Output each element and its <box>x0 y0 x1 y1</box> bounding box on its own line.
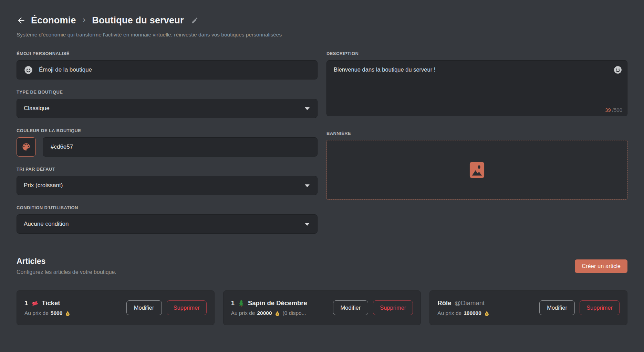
smiley-icon[interactable] <box>24 65 33 75</box>
custom-emoji-label: ÉMOJI PERSONNALISÉ <box>17 51 318 56</box>
edit-title-button[interactable] <box>191 17 198 24</box>
articles-title: Articles <box>17 257 116 266</box>
article-name: Rôle <box>437 299 451 307</box>
pencil-icon <box>191 17 198 24</box>
role-mention: @Diamant <box>454 299 485 307</box>
shop-type-select[interactable]: Classique <box>17 99 318 118</box>
article-info: Rôle @Diamant Au prix de 100000 $ <box>437 299 490 317</box>
chevron-down-icon <box>305 107 310 110</box>
description-textarea[interactable]: Bienvenue dans la boutique du serveur ! … <box>326 60 627 116</box>
breadcrumb-root[interactable]: Économie <box>31 15 76 26</box>
modify-button[interactable]: Modifier <box>333 300 368 315</box>
article-actions: Modifier Supprimer <box>333 300 413 315</box>
chevron-down-icon <box>305 223 310 226</box>
money-bag-icon: $ <box>484 310 490 317</box>
ticket-icon <box>31 299 39 307</box>
price-prefix: Au prix de <box>231 310 255 316</box>
breadcrumb: Économie › Boutique du serveur <box>17 14 627 26</box>
usage-condition-select[interactable]: Aucune condition <box>17 214 318 234</box>
article-price-line: Au prix de 5000 $ <box>24 310 71 317</box>
banner-upload-area[interactable] <box>326 140 627 200</box>
price-prefix: Au prix de <box>437 310 461 316</box>
usage-condition-label: CONDITION D'UTILISATION <box>17 205 318 210</box>
money-bag-icon: $ <box>274 310 281 317</box>
modify-button[interactable]: Modifier <box>539 300 575 315</box>
articles-heading-block: Articles Configurez les articles de votr… <box>17 257 116 275</box>
palette-icon <box>21 142 31 152</box>
smiley-icon[interactable] <box>613 65 622 74</box>
shop-settings-page: Économie › Boutique du serveur Système d… <box>0 0 644 325</box>
price-value: 100000 <box>464 310 481 316</box>
create-article-button[interactable]: Créer un article <box>575 259 627 273</box>
field-description: DESCRIPTION Bienvenue dans la boutique d… <box>326 51 627 116</box>
article-quantity: 1 <box>24 299 28 307</box>
image-icon <box>469 161 485 179</box>
shop-color-input[interactable] <box>50 143 310 151</box>
svg-text:$: $ <box>277 313 278 316</box>
articles-header: Articles Configurez les articles de votr… <box>17 257 627 275</box>
field-banner: BANNIÈRE <box>326 131 627 200</box>
banner-label: BANNIÈRE <box>326 131 627 136</box>
stock-suffix: (0 dispo... <box>283 310 306 316</box>
char-max: /500 <box>612 107 622 113</box>
modify-button[interactable]: Modifier <box>126 300 162 315</box>
custom-emoji-control <box>17 60 318 79</box>
christmas-tree-icon <box>238 299 245 307</box>
article-info: 1 Sapin de Décembre Au prix de 20000 $ (… <box>231 299 307 317</box>
usage-condition-value: Aucune condition <box>24 221 69 227</box>
breadcrumb-separator: › <box>81 14 87 26</box>
article-name: Ticket <box>42 299 60 307</box>
back-button[interactable] <box>17 16 26 25</box>
article-title: Rôle @Diamant <box>437 299 490 307</box>
article-card-ticket: 1 Ticket Au prix de 5000 $ <box>17 290 215 325</box>
page-title: Boutique du serveur <box>92 15 184 26</box>
price-value: 20000 <box>257 310 272 316</box>
price-prefix: Au prix de <box>24 310 49 316</box>
shop-color-label: COULEUR DE LA BOUTIQUE <box>17 128 318 133</box>
page-subtitle: Système d'économie qui transforme l'acti… <box>17 32 627 38</box>
svg-text:$: $ <box>67 313 69 316</box>
default-sort-value: Prix (croissant) <box>24 182 63 189</box>
article-actions: Modifier Supprimer <box>539 300 620 315</box>
form-left-column: ÉMOJI PERSONNALISÉ TYPE DE BOUTIQUE Clas… <box>17 51 318 244</box>
custom-emoji-input[interactable] <box>38 66 310 74</box>
shop-type-value: Classique <box>24 105 50 112</box>
article-title: 1 Ticket <box>24 299 71 307</box>
description-label: DESCRIPTION <box>326 51 627 56</box>
shop-color-control <box>17 137 318 157</box>
chevron-down-icon <box>305 184 310 187</box>
articles-subtitle: Configurez les articles de votre boutiqu… <box>17 269 116 275</box>
shop-type-label: TYPE DE BOUTIQUE <box>17 89 318 95</box>
delete-button[interactable]: Supprimer <box>580 300 620 315</box>
article-name: Sapin de Décembre <box>248 299 307 307</box>
delete-button[interactable]: Supprimer <box>373 300 413 315</box>
char-counter: 39 /500 <box>605 107 622 113</box>
articles-section: Articles Configurez les articles de votr… <box>17 257 627 325</box>
settings-form: ÉMOJI PERSONNALISÉ TYPE DE BOUTIQUE Clas… <box>17 51 627 244</box>
article-title: 1 Sapin de Décembre <box>231 299 307 307</box>
article-cards: 1 Ticket Au prix de 5000 $ <box>17 290 627 325</box>
price-value: 5000 <box>51 310 62 316</box>
article-info: 1 Ticket Au prix de 5000 $ <box>24 299 71 317</box>
field-shop-type: TYPE DE BOUTIQUE Classique <box>17 89 318 118</box>
arrow-left-icon <box>17 16 26 25</box>
svg-text:$: $ <box>486 313 487 316</box>
money-bag-icon: $ <box>64 310 71 317</box>
field-usage-condition: CONDITION D'UTILISATION Aucune condition <box>17 205 318 234</box>
article-price-line: Au prix de 20000 $ (0 dispo... <box>231 310 307 317</box>
field-custom-emoji: ÉMOJI PERSONNALISÉ <box>17 51 318 79</box>
shop-color-field <box>43 137 318 157</box>
article-quantity: 1 <box>231 299 235 307</box>
description-value: Bienvenue dans la boutique du serveur ! <box>334 66 435 73</box>
default-sort-select[interactable]: Prix (croissant) <box>17 176 318 195</box>
default-sort-label: TRI PAR DÉFAUT <box>17 167 318 172</box>
article-card-sapin: 1 Sapin de Décembre Au prix de 20000 $ (… <box>223 290 421 325</box>
article-price-line: Au prix de 100000 $ <box>437 310 490 317</box>
article-actions: Modifier Supprimer <box>126 300 207 315</box>
article-card-role: Rôle @Diamant Au prix de 100000 $ Modifi… <box>429 290 627 325</box>
field-default-sort: TRI PAR DÉFAUT Prix (croissant) <box>17 167 318 195</box>
delete-button[interactable]: Supprimer <box>167 300 207 315</box>
char-count: 39 <box>605 107 611 113</box>
field-shop-color: COULEUR DE LA BOUTIQUE <box>17 128 318 157</box>
color-picker-button[interactable] <box>17 137 36 157</box>
